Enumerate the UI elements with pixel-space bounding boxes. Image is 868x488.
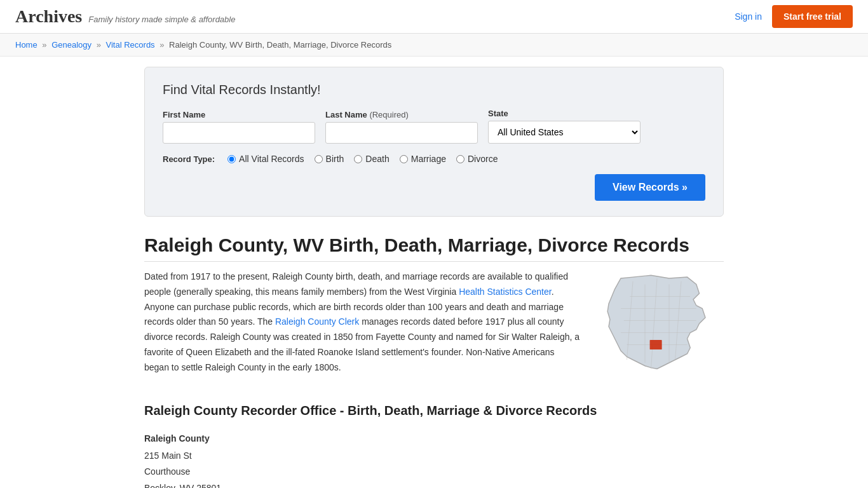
- record-type-label: Record Type:: [163, 154, 215, 164]
- intro-text: Dated from 1917 to the present, Raleigh …: [144, 269, 581, 386]
- record-type-row: Record Type: All Vital Records Birth Dea…: [163, 154, 705, 164]
- radio-marriage[interactable]: Marriage: [400, 154, 446, 164]
- search-fields-row: First Name Last Name (Required) State Al…: [163, 109, 705, 144]
- archives-logo: Archives: [15, 6, 82, 27]
- radio-marriage-label: Marriage: [411, 154, 446, 164]
- street-address: 215 Main St: [144, 448, 724, 464]
- raleigh-clerk-link[interactable]: Raleigh County Clerk: [275, 316, 359, 327]
- last-name-input[interactable]: [325, 122, 478, 144]
- view-records-button[interactable]: View Records »: [595, 174, 705, 201]
- city-state-zip: Beckley, WV 25801: [144, 480, 724, 488]
- logo-tagline: Family history made simple & affordable: [88, 15, 235, 24]
- state-select[interactable]: All United States: [488, 121, 641, 144]
- last-name-group: Last Name (Required): [325, 110, 478, 144]
- last-name-label: Last Name (Required): [325, 110, 478, 119]
- breadcrumb-vital-records[interactable]: Vital Records: [106, 40, 155, 50]
- radio-divorce-input[interactable]: [456, 155, 465, 163]
- county-name: Raleigh County: [144, 431, 724, 447]
- health-statistics-link[interactable]: Health Statistics Center: [459, 287, 552, 297]
- radio-death[interactable]: Death: [354, 154, 389, 164]
- sign-in-link[interactable]: Sign in: [735, 11, 762, 22]
- recorder-heading: Raleigh County Recorder Office - Birth, …: [144, 403, 724, 421]
- main-content: Find Vital Records Instantly! First Name…: [129, 57, 739, 488]
- content-area: Dated from 1917 to the present, Raleigh …: [144, 269, 724, 386]
- search-title: Find Vital Records Instantly!: [163, 83, 705, 97]
- state-label: State: [488, 109, 641, 118]
- radio-birth-label: Birth: [326, 154, 344, 164]
- breadcrumb-sep-1: »: [42, 40, 46, 50]
- site-header: Archives Family history made simple & af…: [0, 0, 868, 34]
- first-name-label: First Name: [163, 110, 315, 119]
- state-group: State All United States: [488, 109, 641, 144]
- breadcrumb-current: Raleigh County, WV Birth, Death, Marriag…: [169, 40, 391, 50]
- header-logo-area: Archives Family history made simple & af…: [15, 6, 235, 27]
- radio-all-vital[interactable]: All Vital Records: [227, 154, 304, 164]
- radio-all-vital-label: All Vital Records: [239, 154, 304, 164]
- radio-divorce[interactable]: Divorce: [456, 154, 498, 164]
- search-btn-row: View Records »: [163, 174, 705, 201]
- address-block: Raleigh County 215 Main St Courthouse Be…: [144, 431, 724, 488]
- radio-death-input[interactable]: [354, 155, 362, 163]
- first-name-input[interactable]: [163, 122, 315, 144]
- radio-birth-input[interactable]: [315, 155, 323, 163]
- start-trial-button[interactable]: Start free trial: [772, 5, 853, 28]
- breadcrumb-sep-3: »: [159, 40, 164, 50]
- breadcrumb: Home » Genealogy » Vital Records » Ralei…: [0, 34, 868, 57]
- radio-marriage-input[interactable]: [400, 155, 408, 163]
- radio-group: All Vital Records Birth Death Marriage D…: [227, 154, 498, 164]
- svg-rect-11: [650, 340, 662, 349]
- breadcrumb-home[interactable]: Home: [15, 40, 37, 50]
- first-name-group: First Name: [163, 110, 315, 144]
- search-box: Find Vital Records Instantly! First Name…: [144, 67, 724, 217]
- radio-death-label: Death: [365, 154, 389, 164]
- radio-all-vital-input[interactable]: [227, 155, 236, 163]
- radio-divorce-label: Divorce: [468, 154, 498, 164]
- page-title: Raleigh County, WV Birth, Death, Marriag…: [144, 234, 724, 262]
- header-actions: Sign in Start free trial: [735, 5, 853, 28]
- breadcrumb-sep-2: »: [97, 40, 101, 50]
- wv-map: [597, 269, 717, 384]
- building: Courthouse: [144, 464, 724, 480]
- breadcrumb-genealogy[interactable]: Genealogy: [51, 40, 92, 50]
- intro-paragraph: Dated from 1917 to the present, Raleigh …: [144, 269, 581, 376]
- map-container: [597, 269, 724, 386]
- last-name-required: (Required): [369, 110, 408, 119]
- radio-birth[interactable]: Birth: [315, 154, 344, 164]
